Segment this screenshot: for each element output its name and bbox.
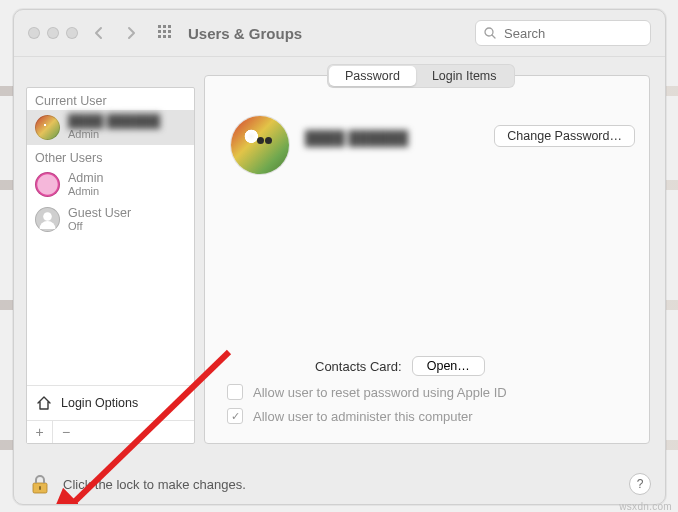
detail-panel: Password Login Items ████ ██████ Change … (204, 75, 650, 444)
help-button[interactable]: ? (629, 473, 651, 495)
contacts-open-button[interactable]: Open… (412, 356, 485, 376)
home-icon (35, 394, 53, 412)
login-options[interactable]: Login Options (27, 386, 194, 420)
section-current-user: Current User (27, 88, 194, 110)
traffic-zoom[interactable] (66, 27, 78, 39)
svg-rect-4 (39, 486, 41, 490)
checkbox-reset-label: Allow user to reset password using Apple… (253, 385, 507, 400)
avatar-icon (35, 172, 60, 197)
attribution-text: wsxdn.com (619, 501, 672, 512)
tab-control: Password Login Items (327, 64, 515, 88)
checkbox-reset-password[interactable] (227, 384, 243, 400)
show-all-icon[interactable] (158, 25, 174, 41)
tab-login-items[interactable]: Login Items (416, 66, 513, 86)
lock-icon (29, 473, 51, 495)
forward-button[interactable] (120, 22, 142, 44)
user-picture[interactable] (231, 116, 289, 174)
svg-line-1 (492, 35, 495, 38)
remove-user-button[interactable]: − (53, 421, 79, 443)
lock-text: Click the lock to make changes. (63, 477, 246, 492)
user-name: ████ ██████ (68, 114, 160, 128)
traffic-close[interactable] (28, 27, 40, 39)
prefs-window: Users & Groups Current User ████ ██████ … (13, 9, 666, 505)
sidebar-user-guest[interactable]: Guest User Off (27, 202, 194, 237)
tab-password[interactable]: Password (329, 66, 416, 86)
panel-user-name: ████ ██████ (305, 130, 408, 146)
search-input[interactable] (502, 25, 642, 42)
avatar-icon (35, 115, 60, 140)
search-icon (484, 27, 496, 39)
user-name: Guest User (68, 206, 131, 220)
toolbar: Users & Groups (14, 10, 665, 57)
contacts-card-label: Contacts Card: (315, 359, 402, 374)
traffic-min[interactable] (47, 27, 59, 39)
sidebar-user-admin[interactable]: Admin Admin (27, 167, 194, 202)
checkbox-admin[interactable]: ✓ (227, 408, 243, 424)
user-sidebar: Current User ████ ██████ Admin Other Use… (26, 87, 195, 444)
lock-button[interactable] (29, 473, 51, 495)
user-role: Admin (68, 128, 160, 141)
traffic-lights (28, 27, 78, 39)
add-user-button[interactable]: + (27, 421, 53, 443)
avatar-icon (35, 207, 60, 232)
change-password-button[interactable]: Change Password… (494, 125, 635, 147)
section-other-users: Other Users (27, 145, 194, 167)
user-name: Admin (68, 171, 103, 185)
back-button[interactable] (88, 22, 110, 44)
user-role: Admin (68, 185, 103, 198)
checkbox-admin-label: Allow user to administer this computer (253, 409, 473, 424)
checkmark-icon: ✓ (231, 410, 240, 423)
window-title: Users & Groups (188, 25, 302, 42)
login-options-label: Login Options (61, 396, 138, 410)
user-role: Off (68, 220, 131, 233)
sidebar-current-user[interactable]: ████ ██████ Admin (27, 110, 194, 145)
search-field[interactable] (475, 20, 651, 46)
svg-point-2 (43, 212, 52, 221)
